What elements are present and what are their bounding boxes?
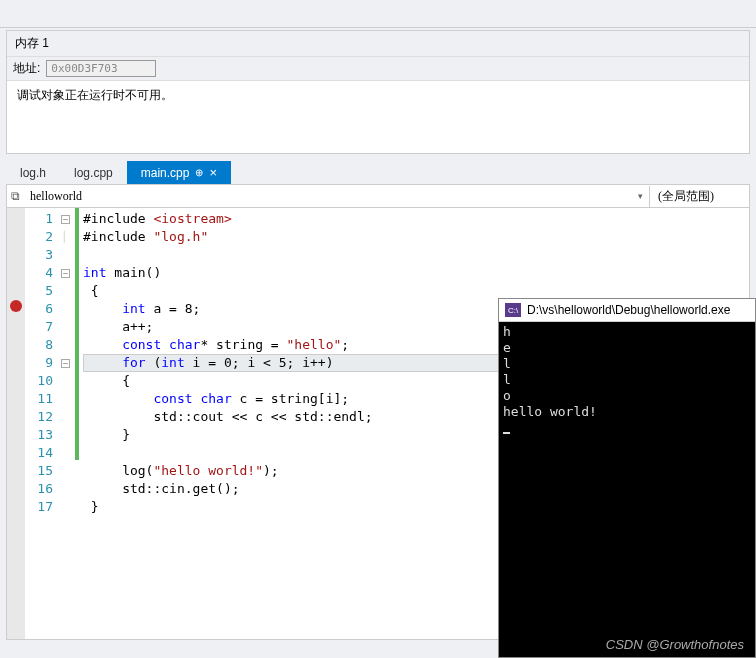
console-output: hellohello world! bbox=[499, 322, 755, 440]
navigation-bar: ⧉ helloworld ▾ (全局范围) bbox=[6, 184, 750, 208]
pin-icon[interactable]: ⊕ bbox=[195, 167, 203, 178]
memory-address-row: 地址: bbox=[7, 57, 749, 81]
console-title: D:\vs\helloworld\Debug\helloworld.exe bbox=[527, 303, 730, 317]
close-icon[interactable]: × bbox=[209, 165, 217, 180]
scope-dropdown-right[interactable]: (全局范围) bbox=[649, 186, 749, 207]
memory-address-input[interactable] bbox=[46, 60, 156, 77]
project-icon: ⧉ bbox=[7, 189, 24, 203]
breakpoint-gutter[interactable] bbox=[7, 208, 25, 639]
fold-gutter[interactable]: −│−− bbox=[61, 208, 75, 639]
editor-tabs: log.h log.cpp main.cpp ⊕ × bbox=[6, 160, 750, 184]
memory-address-label: 地址: bbox=[13, 60, 40, 77]
line-numbers: 1234567891011121314151617 bbox=[25, 208, 61, 639]
tab-log-cpp[interactable]: log.cpp bbox=[60, 162, 127, 184]
console-icon: C:\ bbox=[505, 303, 521, 317]
tab-main-cpp[interactable]: main.cpp ⊕ × bbox=[127, 161, 231, 184]
watermark: CSDN @Growthofnotes bbox=[606, 637, 744, 652]
chevron-down-icon[interactable]: ▾ bbox=[632, 191, 649, 201]
console-window[interactable]: C:\ D:\vs\helloworld\Debug\helloworld.ex… bbox=[498, 298, 756, 658]
memory-panel-title: 内存 1 bbox=[7, 31, 749, 57]
top-toolbar bbox=[0, 0, 756, 28]
memory-panel: 内存 1 地址: 调试对象正在运行时不可用。 bbox=[6, 30, 750, 154]
tab-label: main.cpp bbox=[141, 166, 190, 180]
scope-dropdown-left[interactable]: helloworld bbox=[24, 187, 632, 206]
memory-status-message: 调试对象正在运行时不可用。 bbox=[7, 81, 749, 153]
console-titlebar[interactable]: C:\ D:\vs\helloworld\Debug\helloworld.ex… bbox=[499, 299, 755, 322]
tab-log-h[interactable]: log.h bbox=[6, 162, 60, 184]
